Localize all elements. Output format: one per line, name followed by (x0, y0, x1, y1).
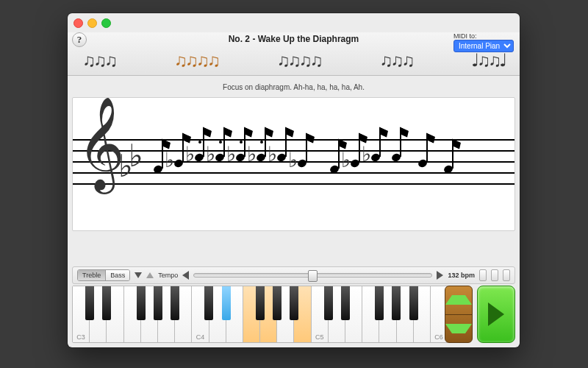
black-key[interactable] (154, 286, 162, 320)
step-down-button[interactable] (445, 314, 472, 343)
black-key[interactable] (256, 286, 265, 320)
tempo-inc-icon[interactable] (437, 271, 443, 280)
zoom-icon[interactable] (101, 18, 111, 28)
clef-treble-button[interactable]: Treble (78, 270, 106, 280)
black-key[interactable] (392, 286, 401, 320)
minimize-icon[interactable] (87, 18, 97, 28)
tempo-label: Tempo (158, 272, 178, 279)
black-key[interactable] (290, 286, 298, 320)
staff: 𝄞 ♭ ♭ ♭♭♭♭♭♭♭♭♭ (73, 139, 514, 183)
midi-label: MIDI to: (453, 32, 514, 40)
transport-buttons (445, 286, 515, 343)
exercise-subtitle: Focus on diaphragm. Ah-ha, ha, ha, ha, A… (68, 76, 520, 91)
black-key[interactable] (324, 286, 333, 320)
play-icon (488, 302, 504, 326)
transpose-up-icon[interactable] (146, 272, 154, 278)
exercise-thumb-0[interactable]: ♫♫♫ (82, 53, 115, 68)
black-key[interactable] (273, 286, 282, 320)
titlebar (68, 13, 520, 32)
black-key[interactable] (204, 286, 213, 320)
tempo-slider[interactable] (193, 273, 432, 277)
black-key[interactable] (137, 286, 146, 320)
key-flat-icon: ♭ (129, 138, 143, 174)
transpose-down-icon[interactable] (135, 272, 142, 278)
exercise-thumb-1[interactable]: ♫♫♫♫ (174, 53, 218, 68)
play-button[interactable] (477, 286, 515, 343)
page-title: No. 2 - Wake Up the Diaphragm (68, 34, 520, 44)
piano-keyboard[interactable]: C3C4C5C6 (72, 286, 448, 343)
exercise-thumb-3[interactable]: ♫♫♫ (379, 53, 412, 68)
exercise-thumb-2[interactable]: ♫♫♫♫ (277, 53, 321, 68)
clef-segment[interactable]: Treble Bass (77, 269, 130, 281)
black-key[interactable] (85, 286, 94, 320)
note (444, 132, 460, 176)
header-bar: ? No. 2 - Wake Up the Diaphragm MIDI to:… (68, 32, 520, 76)
black-key[interactable] (102, 286, 111, 320)
key-stepper[interactable] (445, 286, 473, 343)
clef-bass-button[interactable]: Bass (106, 270, 129, 280)
tempo-dec-icon[interactable] (182, 271, 189, 280)
exercise-thumb-4[interactable]: ♩♫♫♩ (471, 53, 505, 68)
tempo-knob[interactable] (308, 270, 318, 282)
tempo-readout: 132 bpm (448, 272, 475, 279)
control-bar: Treble Bass Tempo 132 bpm (72, 266, 515, 284)
close-icon[interactable] (74, 18, 83, 28)
black-key[interactable] (409, 286, 418, 320)
exercise-thumbs: ♫♫♫♫♫♫♫♫♫♫♫♫♫♫♩♫♫♩ (82, 48, 505, 73)
black-key[interactable] (341, 286, 350, 320)
note: ♭ (371, 132, 387, 176)
app-window: ? No. 2 - Wake Up the Diaphragm MIDI to:… (68, 13, 520, 347)
black-key[interactable] (171, 286, 179, 320)
black-key[interactable] (222, 286, 231, 320)
note: ♭ (298, 132, 314, 176)
note (392, 132, 408, 176)
note (418, 132, 434, 176)
black-key[interactable] (375, 286, 384, 320)
step-up-button[interactable] (445, 286, 472, 314)
note-tool-icon[interactable] (479, 269, 487, 281)
score-area: 𝄞 ♭ ♭ ♭♭♭♭♭♭♭♭♭ (72, 97, 515, 231)
metronome-icon[interactable] (491, 269, 498, 281)
tune-icon[interactable] (503, 269, 510, 281)
